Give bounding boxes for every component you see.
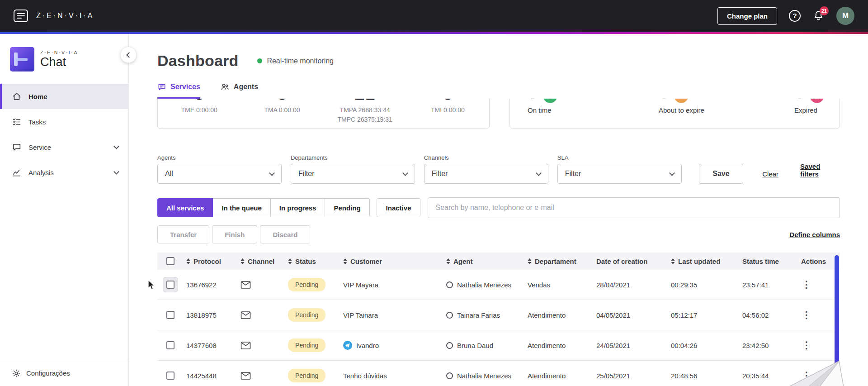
main-tabs: Services Agents	[157, 81, 840, 99]
tab-services[interactable]: Services	[157, 81, 200, 99]
chat-logo-icon	[10, 47, 34, 71]
column-header-department[interactable]: Departament	[525, 257, 594, 265]
metrics-card: 0 TME 0:00:00 0 TMA 0:00:00 21 TMPA 2688…	[157, 99, 490, 129]
customer-cell: Ivandro	[340, 341, 443, 350]
table-row[interactable]: 13676922 Pending VIP Mayara Nathalia Men…	[157, 270, 840, 300]
column-header-agent[interactable]: Agent	[443, 257, 525, 265]
chat-logo-brand: Z·E·N·V·I·A	[40, 50, 78, 55]
metric-value: 0	[406, 99, 489, 105]
email-channel-icon	[241, 281, 251, 289]
created-cell: 24/05/2021	[594, 342, 668, 349]
status-badge: Pending	[288, 338, 326, 352]
chevron-left-icon	[126, 52, 132, 58]
status-tab-in-progress[interactable]: In progress	[270, 198, 326, 217]
sla-filter-label: SLA	[557, 154, 682, 161]
define-columns-link[interactable]: Define columns	[789, 231, 840, 238]
updated-cell: 05:12:17	[668, 311, 740, 319]
status-badge: Pending	[288, 369, 326, 382]
column-header-created[interactable]: Date of creation	[594, 257, 668, 265]
saved-filters-link[interactable]: Saved filters	[800, 162, 840, 178]
department-cell: Atendimento	[525, 372, 594, 380]
sidebar-collapse-button[interactable]	[120, 47, 137, 63]
tab-agents[interactable]: Agents	[220, 81, 258, 99]
column-header-customer[interactable]: Customer	[340, 257, 443, 265]
chat-bubble-icon	[157, 82, 166, 91]
select-value: All	[165, 170, 173, 178]
help-icon[interactable]	[789, 10, 801, 22]
realtime-monitoring: Real-time monitoring	[257, 57, 334, 65]
sidebar-item-tasks[interactable]: Tasks	[0, 109, 128, 134]
status-tab-inactive[interactable]: Inactive	[377, 198, 421, 217]
status-tab-in-the-queue[interactable]: In the queue	[212, 198, 270, 217]
status-tab-pending[interactable]: Pending	[325, 198, 369, 217]
row-checkbox[interactable]	[166, 341, 175, 349]
sidebar-item-analysis[interactable]: Analysis	[0, 160, 128, 185]
departments-filter-select[interactable]: Filter	[291, 164, 415, 184]
row-actions-menu-icon[interactable]	[801, 279, 812, 290]
channels-filter-select[interactable]: Filter	[424, 164, 548, 184]
row-actions-menu-icon[interactable]	[801, 310, 812, 320]
email-channel-icon	[241, 341, 251, 350]
row-actions-menu-icon[interactable]	[801, 340, 812, 351]
transfer-button[interactable]: Transfer	[157, 225, 209, 243]
row-checkbox[interactable]	[166, 281, 175, 289]
save-filters-button[interactable]: Save	[699, 164, 744, 184]
status-badge: Pending	[288, 278, 326, 291]
sidebar-item-settings[interactable]: Configurações	[0, 360, 128, 386]
chat-logo-title: Chat	[40, 56, 78, 68]
sla-filter-select[interactable]: Filter	[557, 164, 682, 184]
updated-cell: 20:48:56	[668, 372, 740, 380]
column-header-protocol[interactable]: Protocol	[184, 257, 238, 265]
agent-cell: Tainara Farias	[443, 311, 525, 319]
row-checkbox[interactable]	[166, 372, 175, 380]
chevron-down-icon	[113, 143, 119, 149]
select-value: Filter	[432, 170, 448, 178]
column-header-updated[interactable]: Last updated	[668, 257, 740, 265]
telegram-icon	[343, 341, 352, 350]
metric-value: 21	[324, 99, 406, 105]
sla-value: 0	[659, 99, 669, 104]
status-tab-all-services[interactable]: All services	[157, 198, 213, 217]
status-tab-group: All services In the queue In progress Pe…	[157, 198, 370, 217]
happy-face-icon	[542, 99, 558, 104]
filters-row: Agents All Departaments Filter Channels …	[157, 154, 840, 184]
sla-value: 0	[794, 99, 805, 104]
discard-button[interactable]: Discard	[260, 225, 310, 243]
agents-filter-label: Agents	[157, 154, 282, 161]
services-table: Protocol Channel Status Customer Agent	[157, 253, 840, 386]
tab-label: Agents	[234, 83, 258, 91]
sidebar-item-service[interactable]: Service	[0, 134, 128, 160]
row-checkbox[interactable]	[166, 311, 175, 319]
agent-cell: Nathalia Menezes	[443, 372, 525, 380]
sla-label: Expired	[794, 106, 840, 114]
select-value: Filter	[565, 170, 581, 178]
clear-filters-link[interactable]: Clear	[762, 170, 778, 178]
agent-cell: Nathalia Menezes	[443, 281, 525, 289]
column-header-status-time[interactable]: Status time	[740, 257, 798, 265]
angry-face-icon	[809, 99, 825, 104]
agents-filter-select[interactable]: All	[157, 164, 282, 184]
metric-label: TMI 0:00:00	[406, 106, 489, 114]
select-all-checkbox[interactable]	[166, 257, 175, 265]
tasks-icon	[12, 117, 22, 127]
search-input[interactable]	[428, 197, 840, 218]
column-header-channel[interactable]: Channel	[238, 257, 285, 265]
live-dot-icon	[257, 58, 262, 63]
sla-value: 0	[528, 99, 538, 104]
sort-icon	[528, 258, 532, 264]
sidebar-item-home[interactable]: Home	[0, 84, 128, 109]
column-header-status[interactable]: Status	[285, 257, 340, 265]
table-row[interactable]: 14377608 Pending Ivandro Bruna Daud Aten…	[157, 330, 840, 361]
table-row[interactable]: 14425448 Pending Tenho dúvidas Nathalia …	[157, 361, 840, 386]
sla-label: On time	[528, 106, 659, 114]
protocol-cell: 13676922	[184, 281, 238, 289]
sort-icon	[288, 258, 292, 264]
sla-on-time: 0 On time	[528, 99, 659, 129]
finish-button[interactable]: Finish	[212, 225, 257, 243]
change-plan-button[interactable]: Change plan	[717, 7, 777, 25]
notifications-button[interactable]: 21	[812, 10, 825, 22]
metric-tma: 0 TMA 0:00:00	[241, 99, 323, 129]
sidebar-menu: Home Tasks Service	[0, 84, 128, 185]
avatar[interactable]: M	[836, 7, 854, 25]
table-row[interactable]: 13818975 Pending VIP Tainara Tainara Far…	[157, 300, 840, 330]
